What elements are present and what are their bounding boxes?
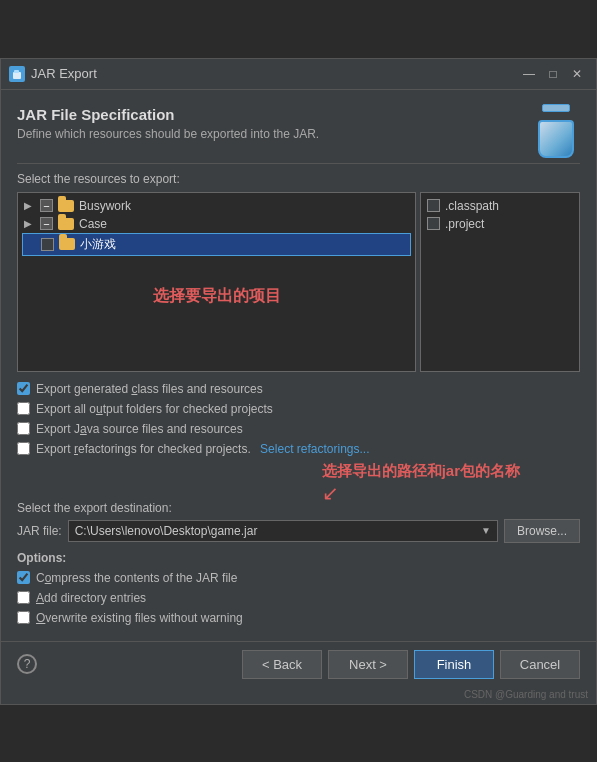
tree-item-project[interactable]: .project	[425, 215, 575, 233]
right-panel[interactable]: .classpath .project	[420, 192, 580, 372]
header-text: JAR File Specification Define which reso…	[17, 106, 319, 155]
help-button[interactable]: ?	[17, 654, 37, 674]
maximize-button[interactable]: □	[542, 65, 564, 83]
footer-buttons: < Back Next > Finish Cancel	[242, 650, 580, 679]
option-add-dir[interactable]: Add directory entries	[17, 591, 580, 605]
label-overwrite: Overwrite existing files without warning	[36, 611, 243, 625]
resources-panels: ▶ Busywork ▶ Case 小游戏	[17, 192, 580, 372]
tree-panel[interactable]: ▶ Busywork ▶ Case 小游戏	[17, 192, 416, 372]
label-class-files: Export generated class files and resourc…	[36, 382, 263, 396]
svg-rect-1	[14, 70, 19, 73]
dropdown-arrow-icon[interactable]: ▼	[475, 522, 497, 539]
tree-label-xiaoyouxi: 小游戏	[80, 236, 116, 253]
label-compress: Compress the contents of the JAR file	[36, 571, 237, 585]
back-button[interactable]: < Back	[242, 650, 322, 679]
main-content: JAR File Specification Define which reso…	[1, 90, 596, 641]
label-refactorings: Export refactorings for checked projects…	[36, 442, 254, 456]
destination-annotation: 选择导出的路径和jar包的名称	[322, 462, 520, 479]
checkbox-compress[interactable]	[17, 571, 30, 584]
header-divider	[17, 163, 580, 164]
jar-body	[538, 120, 574, 158]
export-class-files[interactable]: Export generated class files and resourc…	[17, 382, 580, 396]
window-title: JAR Export	[31, 66, 97, 81]
arrow-annotation-area: 选择导出的路径和jar包的名称 ↙	[17, 462, 580, 505]
options-section: Options: Compress the contents of the JA…	[17, 551, 580, 625]
folder-icon-busywork	[58, 200, 74, 212]
label-add-dir: Add directory entries	[36, 591, 146, 605]
finish-button[interactable]: Finish	[414, 650, 494, 679]
export-java-source[interactable]: Export Java source files and resources	[17, 422, 580, 436]
tree-item-busywork[interactable]: ▶ Busywork	[22, 197, 411, 215]
jar-file-label: JAR file:	[17, 524, 62, 538]
tree-checkbox-xiaoyouxi[interactable]	[41, 238, 54, 251]
checkbox-output-folders[interactable]	[17, 402, 30, 415]
export-options: Export generated class files and resourc…	[17, 382, 580, 456]
chevron-icon: ▶	[24, 200, 38, 211]
tree-item-xiaoyouxi[interactable]: 小游戏	[22, 233, 411, 256]
tree-checkbox-classpath[interactable]	[427, 199, 440, 212]
export-output-folders[interactable]: Export all output folders for checked pr…	[17, 402, 580, 416]
tree-label-case: Case	[79, 217, 107, 231]
checkbox-class-files[interactable]	[17, 382, 30, 395]
watermark: CSDN @Guarding and trust	[1, 687, 596, 704]
jar-window-icon	[9, 66, 25, 82]
tree-checkbox-project[interactable]	[427, 217, 440, 230]
minimize-button[interactable]: —	[518, 65, 540, 83]
footer-left: ?	[17, 654, 37, 674]
tree-checkbox-busywork[interactable]	[40, 199, 53, 212]
cancel-button[interactable]: Cancel	[500, 650, 580, 679]
title-bar: JAR Export — □ ✕	[1, 59, 596, 90]
tree-item-case[interactable]: ▶ Case	[22, 215, 411, 233]
arrow-annotation-text: 选择导出的路径和jar包的名称 ↙	[322, 462, 520, 505]
title-bar-controls: — □ ✕	[518, 65, 588, 83]
folder-icon-xiaoyouxi	[59, 238, 75, 250]
next-button[interactable]: Next >	[328, 650, 408, 679]
tree-label-classpath: .classpath	[445, 199, 499, 213]
export-refactorings[interactable]: Export refactorings for checked projects…	[17, 442, 580, 456]
label-java-source: Export Java source files and resources	[36, 422, 243, 436]
checkbox-java-source[interactable]	[17, 422, 30, 435]
checkbox-refactorings[interactable]	[17, 442, 30, 455]
browse-button[interactable]: Browse...	[504, 519, 580, 543]
jar-export-window: JAR Export — □ ✕ JAR File Specification …	[0, 58, 597, 705]
page-description: Define which resources should be exporte…	[17, 127, 319, 141]
jar-file-input-wrap: ▼	[68, 520, 498, 542]
tree-checkbox-case[interactable]	[40, 217, 53, 230]
jar-file-input[interactable]	[69, 521, 475, 541]
tree-annotation: 选择要导出的项目	[22, 256, 411, 317]
checkbox-add-dir[interactable]	[17, 591, 30, 604]
jar-icon	[532, 106, 580, 154]
tree-item-classpath[interactable]: .classpath	[425, 197, 575, 215]
folder-icon-case	[58, 218, 74, 230]
select-refactorings-link[interactable]: Select refactorings...	[260, 442, 369, 456]
close-button[interactable]: ✕	[566, 65, 588, 83]
label-output-folders: Export all output folders for checked pr…	[36, 402, 273, 416]
option-overwrite[interactable]: Overwrite existing files without warning	[17, 611, 580, 625]
footer: ? < Back Next > Finish Cancel	[1, 641, 596, 687]
option-compress[interactable]: Compress the contents of the JAR file	[17, 571, 580, 585]
resources-label: Select the resources to export:	[17, 172, 580, 186]
tree-label-busywork: Busywork	[79, 199, 131, 213]
page-title: JAR File Specification	[17, 106, 319, 123]
chevron-icon: ▶	[24, 218, 38, 229]
header-area: JAR File Specification Define which reso…	[17, 106, 580, 155]
destination-row: JAR file: ▼ Browse...	[17, 519, 580, 543]
checkbox-overwrite[interactable]	[17, 611, 30, 624]
options-label: Options:	[17, 551, 580, 565]
title-bar-left: JAR Export	[9, 66, 97, 82]
tree-label-project: .project	[445, 217, 484, 231]
svg-rect-0	[13, 72, 21, 79]
jar-lid	[542, 104, 570, 112]
